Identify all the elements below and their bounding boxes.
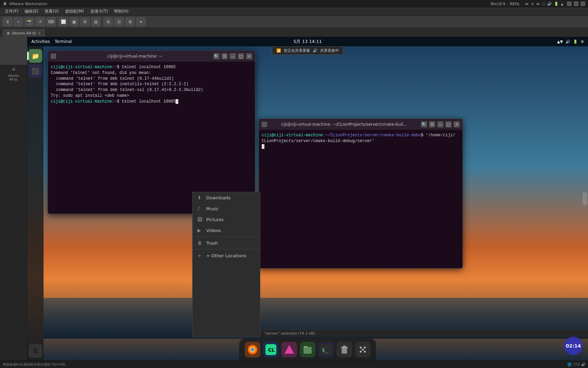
terminal1-minimize-btn[interactable]: — xyxy=(230,53,236,59)
volume-status-icon: 🔊 xyxy=(566,40,570,44)
file-manager-sidebar: ⬇ Downloads ♪ Music 🖼 Pictures ▶ Videos xyxy=(192,192,260,337)
ubuntu-sidebar: 📁 ⬛ ⠿ xyxy=(27,46,44,361)
terminal-window-1: ciji@ciji-virtual-machine: ~ 🔍 ☰ — □ ✕ c… xyxy=(48,50,255,214)
status-usb-icon: USB xyxy=(573,363,580,366)
toolbar-revert[interactable]: ↺ xyxy=(35,17,45,26)
media-next-icon[interactable]: ⏭ xyxy=(536,2,540,6)
videos-icon: ▶ xyxy=(197,228,203,233)
taskbar-app3[interactable] xyxy=(281,342,297,357)
toolbar-pause[interactable]: ⏸ xyxy=(3,17,12,26)
taskbar-clion[interactable]: CL xyxy=(263,342,279,357)
fm-videos[interactable]: ▶ Videos xyxy=(193,225,260,236)
tab-label: Ubuntu 64 位 xyxy=(12,31,36,36)
terminal2-close-btn[interactable]: ✕ xyxy=(454,121,460,127)
fm-downloads[interactable]: ⬇ Downloads xyxy=(193,192,260,203)
menu-edit[interactable]: 编辑(E) xyxy=(22,8,41,15)
media-play-icon[interactable]: ⏸ xyxy=(530,2,534,6)
toolbar-prefs[interactable]: ⚙ xyxy=(80,17,90,26)
toolbar-unity[interactable]: ▣ xyxy=(69,17,79,26)
term1-line2: Command 'telnet' not found, did you mean… xyxy=(51,70,252,76)
taskbar-firefox[interactable] xyxy=(245,342,260,357)
ubuntu-topbar: Activities Terminal 5月 13 14:11 ▲▼ 🔊 🔋 ⚙ xyxy=(27,37,588,46)
menu-view[interactable]: 查看(V) xyxy=(42,8,62,15)
music-icon: ♪ xyxy=(197,206,203,211)
taskbar-files[interactable] xyxy=(300,342,315,357)
fm-downloads-label: Downloads xyxy=(206,195,230,200)
terminal1-search-btn[interactable]: 🔍 xyxy=(213,53,219,59)
terminal-taskbar-icon: $_ xyxy=(321,344,331,355)
terminal-window-2: ciji@ciji-virtual-machine: ~/CLionProjec… xyxy=(259,119,463,269)
clion-icon: CL xyxy=(265,344,276,355)
toolbar-btn10[interactable]: ⊟ xyxy=(114,17,124,26)
menu-file[interactable]: 文件(F) xyxy=(2,8,21,15)
win-minimize[interactable] xyxy=(567,1,572,6)
terminal2-icon xyxy=(262,122,267,127)
svg-marker-5 xyxy=(284,345,294,354)
toolbar-pause2[interactable]: ▾ xyxy=(14,17,23,26)
sharing-bar: 📶 您正在共享屏幕 🔊 共享音效中 xyxy=(272,46,343,55)
fm-statusbar: "server" selected (74.1 kB) xyxy=(260,329,588,337)
toolbar-send-ctrl-alt[interactable]: ⌨ xyxy=(46,17,56,26)
activities-button[interactable]: Activities xyxy=(31,39,50,44)
terminal2-titlebar: ciji@ciji-virtual-machine: ~/CLionProjec… xyxy=(259,119,462,130)
toolbar-btn12[interactable]: ▾ xyxy=(136,17,146,26)
fm-trash[interactable]: 🗑 Trash xyxy=(193,237,260,248)
media-prev-icon[interactable]: ⏮ xyxy=(525,2,528,6)
terminal-menu[interactable]: Terminal xyxy=(55,39,72,44)
sidebar-files-icon[interactable]: 📁 xyxy=(29,49,42,63)
menu-vm[interactable]: 虚拟机(M) xyxy=(62,8,87,15)
toolbar-btn9[interactable]: ⊞ xyxy=(103,17,113,26)
system-settings-icon[interactable]: ⚙ xyxy=(581,40,584,44)
fm-music[interactable]: ♪ Music xyxy=(193,203,260,214)
vmware-window-title: VMware Workstation xyxy=(9,2,47,6)
svg-point-15 xyxy=(360,351,362,353)
other-locations-icon: + xyxy=(197,253,203,258)
menu-tabs[interactable]: 选项卡(T) xyxy=(87,8,111,15)
trash-icon: 🗑 xyxy=(197,240,203,246)
win-close[interactable] xyxy=(581,1,585,6)
fm-other-locations[interactable]: + + Other Locations xyxy=(193,250,260,261)
term1-line5: command 'telnet' from deb telnet-ssl (0.… xyxy=(51,87,252,93)
firefox-icon xyxy=(247,344,258,355)
terminal2-minimize-btn[interactable]: — xyxy=(437,121,443,127)
vm-list-item[interactable]: Ubuntu64 位 xyxy=(6,73,20,83)
vmware-remote-title: Reci古今 - REOL xyxy=(491,1,520,6)
tab-close-icon[interactable]: ✕ xyxy=(38,31,40,35)
sidebar-apps-icon[interactable]: ⠿ xyxy=(29,344,42,358)
downloads-icon: ⬇ xyxy=(197,195,203,200)
trash-taskbar-icon xyxy=(339,344,350,355)
toolbar-display[interactable]: 🖥 xyxy=(125,17,135,26)
svg-point-16 xyxy=(364,351,366,353)
taskbar-trash[interactable] xyxy=(337,342,352,357)
terminal2-body: ciji@ciji-virtual-machine:~/CLionProject… xyxy=(259,130,462,268)
vm-tab-ubuntu[interactable]: 🖥 Ubuntu 64 位 ✕ xyxy=(3,29,45,37)
statusbar-icons: 🌐 USB 🔊 xyxy=(567,363,585,366)
fm-status-text: "server" selected (74.1 kB) xyxy=(264,331,315,336)
term2-line1: ciji@ciji-virtual-machine:~/CLionProject… xyxy=(262,133,460,138)
terminal2-menu-btn[interactable]: ☰ xyxy=(429,121,435,127)
scroll-arrow-up[interactable]: ‹ xyxy=(583,192,587,197)
terminal1-close-btn[interactable]: ✕ xyxy=(246,53,252,59)
fm-pictures[interactable]: 🖼 Pictures xyxy=(193,214,260,225)
terminal2-maximize-btn[interactable]: □ xyxy=(445,121,452,127)
sidebar-terminal-icon[interactable]: ⬛ xyxy=(29,64,42,78)
svg-rect-6 xyxy=(304,347,312,354)
toolbar-fullscreen[interactable]: ⬜ xyxy=(59,17,68,26)
win-maximize[interactable] xyxy=(574,1,578,6)
terminal2-search-btn[interactable]: 🔍 xyxy=(421,121,427,127)
toolbar-btn8[interactable]: ▤ xyxy=(91,17,101,26)
clock-time: 02:14 xyxy=(566,343,581,349)
scroll-indicator: ‹ xyxy=(583,192,587,205)
terminal1-menu-btn[interactable]: ☰ xyxy=(222,53,228,59)
vmware-window: 🖥 VMware Workstation Reci古今 - REOL ⏮ ⏸ ⏭… xyxy=(0,0,588,368)
sharing-audio-text: 共享音效中 xyxy=(320,48,339,53)
taskbar-apps-grid[interactable] xyxy=(355,342,371,357)
taskbar-terminal[interactable]: $_ xyxy=(318,342,334,357)
datetime-display: 5月 13 14:11 xyxy=(293,39,322,44)
terminal1-maximize-btn[interactable]: □ xyxy=(238,53,244,59)
term1-line3: command 'telnet' from deb telnet (0.17-4… xyxy=(51,76,252,82)
files-icon xyxy=(302,344,313,355)
toolbar-snapshot[interactable]: 📸 xyxy=(24,17,34,26)
vmware-tabbar: 🖥 Ubuntu 64 位 ✕ xyxy=(0,28,588,37)
menu-help[interactable]: 帮助(H) xyxy=(111,8,131,15)
